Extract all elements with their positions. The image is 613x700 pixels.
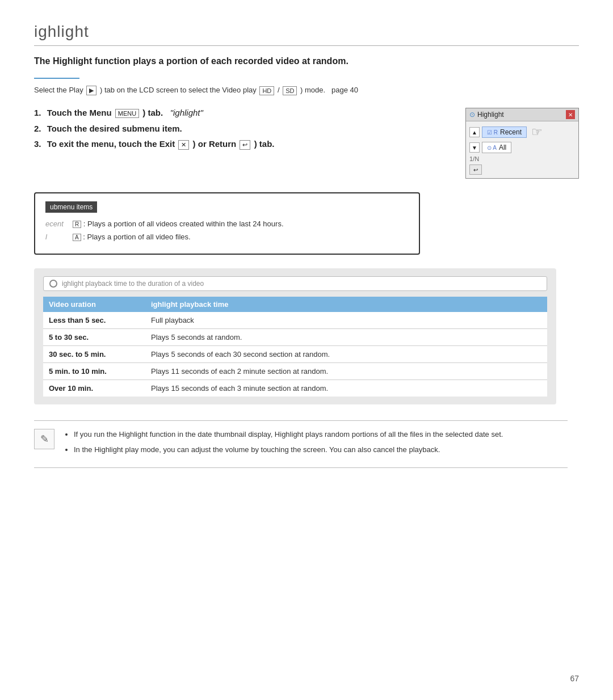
step-1: 1. Touch the Menu MENU ) tab. "ighlight" xyxy=(34,108,454,118)
submenu-all-desc: : Plays a portion of all video files. xyxy=(83,233,190,241)
panel-body: ▲ ☑ R Recent ☞ ▼ ⊙ A All 1/N ↩ xyxy=(466,121,578,178)
step-3-end: ) tab. xyxy=(254,139,275,149)
table-rows-container: Less than 5 sec. Full playback 5 to 30 s… xyxy=(43,312,547,397)
sd-icon: SD xyxy=(283,86,297,95)
step-3-text: To exit the menu, touch the Exit xyxy=(47,139,175,149)
step-2-num: 2. xyxy=(34,124,41,133)
submenu-all-label: l xyxy=(45,233,68,241)
table-search-bar: ighlight playback time to the duration o… xyxy=(43,276,547,291)
hand-pointer-icon: ☞ xyxy=(531,125,543,140)
search-placeholder: ighlight playback time to the duration o… xyxy=(62,280,204,288)
hd-icon: HD xyxy=(259,86,274,95)
highlight-ui-panel: ⊙ Highlight ✕ ▲ ☑ R Recent ☞ ▼ ⊙ A All xyxy=(465,108,579,179)
submenu-recent-icon: R xyxy=(73,221,81,228)
select-text-after: ) mode. xyxy=(300,86,325,94)
panel-close-button[interactable]: ✕ xyxy=(566,110,575,119)
step-1-num: 1. xyxy=(34,108,41,117)
panel-return-button[interactable]: ↩ xyxy=(469,165,482,175)
panel-title: Highlight xyxy=(477,111,504,119)
step-2: 2. Touch the desired submenu item. xyxy=(34,124,454,133)
submenu-all-icon: A xyxy=(73,234,81,241)
table-row: Over 10 min. Plays 15 seconds of each 3 … xyxy=(43,380,547,397)
step-3-or: ) or Return xyxy=(193,139,239,149)
submenu-recent-label: ecent xyxy=(45,220,68,228)
submenu-item-all: l A : Plays a portion of all video files… xyxy=(45,233,409,241)
table-cell-playback: Plays 15 seconds of each 3 minute sectio… xyxy=(151,384,541,393)
table-header-playback: ighlight playback time xyxy=(151,300,541,309)
step-3-num: 3. xyxy=(34,139,41,149)
recent-label: Recent xyxy=(500,128,522,136)
table-header: Video uration ighlight playback time xyxy=(43,297,547,312)
submenu-recent-icon-wrap: R : Plays a portion of all videos create… xyxy=(73,220,284,228)
step-1-highlight: "ighlight" xyxy=(170,108,203,117)
panel-up-arrow[interactable]: ▲ xyxy=(469,127,480,137)
panel-circle-icon: ⊙ xyxy=(469,111,475,119)
submenu-recent-desc: : Plays a portion of all videos created … xyxy=(83,220,284,228)
submenu-header: ubmenu items xyxy=(45,201,97,213)
table-cell-playback: Plays 5 seconds of each 30 second sectio… xyxy=(151,350,541,359)
recent-icon: ☑ R xyxy=(487,129,498,136)
panel-header-title-row: ⊙ Highlight xyxy=(469,111,504,119)
panel-page-number: 1/N xyxy=(469,155,575,162)
table-section: ighlight playback time to the duration o… xyxy=(34,268,556,404)
table-row: 5 min. to 10 min. Plays 11 seconds of ea… xyxy=(43,363,547,380)
table-cell-playback: Plays 11 seconds of each 2 minute sectio… xyxy=(151,367,541,376)
intro-text: The Highlight function plays a portion o… xyxy=(34,56,579,66)
all-label: All xyxy=(499,144,506,151)
select-text-middle: ) tab on the LCD screen to select the Vi… xyxy=(100,86,257,94)
table-cell-playback: Full playback xyxy=(151,316,541,324)
play-icon: ▶ xyxy=(86,86,96,95)
note-list: If you run the Highlight function in the… xyxy=(64,429,503,456)
section-divider xyxy=(34,78,79,79)
table-cell-duration: 5 min. to 10 min. xyxy=(49,367,151,376)
table-header-duration: Video uration xyxy=(49,300,151,309)
note-content: If you run the Highlight function in the… xyxy=(64,429,503,459)
table-cell-duration: Less than 5 sec. xyxy=(49,316,151,324)
submenu-item-recent: ecent R : Plays a portion of all videos … xyxy=(45,220,409,228)
step-1-text: Touch the Menu xyxy=(47,108,114,117)
panel-header: ⊙ Highlight ✕ xyxy=(466,108,578,121)
table-row: 5 to 30 sec. Plays 5 seconds at random. xyxy=(43,329,547,346)
panel-recent-button[interactable]: ☑ R Recent xyxy=(482,126,527,138)
select-text-before: Select the Play xyxy=(34,86,83,94)
panel-all-button[interactable]: ⊙ A All xyxy=(482,142,511,153)
submenu-all-icon-wrap: A : Plays a portion of all video files. xyxy=(73,233,191,241)
table-row: Less than 5 sec. Full playback xyxy=(43,312,547,329)
step-1-text2: ) tab. xyxy=(142,108,167,117)
table-cell-duration: 5 to 30 sec. xyxy=(49,333,151,341)
note-bullet: In the Highlight play mode, you can adju… xyxy=(74,444,503,456)
return-icon: ↩ xyxy=(240,140,250,150)
step-3: 3. To exit the menu, touch the Exit ✕ ) … xyxy=(34,139,454,150)
steps-list: 1. Touch the Menu MENU ) tab. "ighlight"… xyxy=(34,108,454,155)
steps-panel-row: 1. Touch the Menu MENU ) tab. "ighlight"… xyxy=(34,108,579,179)
table-cell-duration: Over 10 min. xyxy=(49,384,151,393)
page-ref: page 40 xyxy=(331,86,358,94)
submenu-box: ubmenu items ecent R : Plays a portion o… xyxy=(34,192,420,255)
step-2-text: Touch the desired submenu item. xyxy=(47,124,182,133)
note-bullet: If you run the Highlight function in the… xyxy=(74,429,503,441)
all-icon: ⊙ A xyxy=(487,145,497,151)
exit-icon: ✕ xyxy=(178,140,189,150)
page-title: ighlight xyxy=(34,23,579,41)
search-icon xyxy=(49,280,57,288)
panel-recent-row: ▲ ☑ R Recent ☞ xyxy=(469,125,575,140)
panel-all-row: ▼ ⊙ A All xyxy=(469,142,575,153)
page-title-section: ighlight xyxy=(34,23,579,46)
page-number: 67 xyxy=(570,674,579,683)
menu-icon: MENU xyxy=(115,109,139,118)
note-section: ✎ If you run the Highlight function in t… xyxy=(34,420,568,468)
table-cell-duration: 30 sec. to 5 min. xyxy=(49,350,151,359)
select-instruction: Select the Play ▶ ) tab on the LCD scree… xyxy=(34,86,579,95)
table-cell-playback: Plays 5 seconds at random. xyxy=(151,333,541,341)
slash-text: / xyxy=(278,86,280,94)
note-icon: ✎ xyxy=(34,429,54,449)
panel-down-arrow[interactable]: ▼ xyxy=(469,142,480,153)
table-row: 30 sec. to 5 min. Plays 5 seconds of eac… xyxy=(43,346,547,363)
